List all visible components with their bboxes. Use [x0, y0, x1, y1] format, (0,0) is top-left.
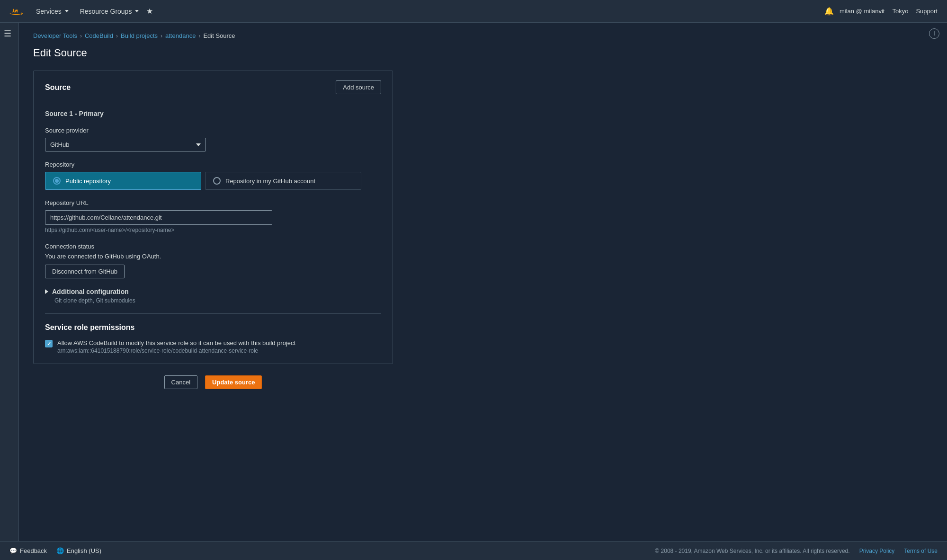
- resource-groups-nav[interactable]: Resource Groups: [76, 6, 143, 17]
- checkbox-label: Allow AWS CodeBuild to modify this servi…: [57, 339, 295, 347]
- breadcrumb-sep-1: ›: [80, 33, 82, 39]
- breadcrumb-developer-tools[interactable]: Developer Tools: [33, 32, 77, 39]
- update-source-button[interactable]: Update source: [205, 375, 262, 389]
- sidebar: ☰: [0, 23, 19, 541]
- info-icon[interactable]: i: [929, 28, 939, 39]
- breadcrumb-current: Edit Source: [203, 32, 235, 39]
- footer-right: © 2008 - 2019, Amazon Web Services, Inc.…: [655, 548, 938, 554]
- github-account-option[interactable]: Repository in my GitHub account: [205, 172, 361, 190]
- terms-of-use-link[interactable]: Terms of Use: [904, 548, 938, 554]
- service-role-section: Service role permissions Allow AWS CodeB…: [45, 323, 381, 354]
- github-account-radio-dot: [213, 177, 221, 185]
- globe-icon: 🌐: [56, 547, 64, 554]
- aws-logo[interactable]: [8, 6, 25, 17]
- feedback-button[interactable]: 💬 Feedback: [9, 547, 47, 554]
- connection-status-label: Connection status: [45, 243, 381, 250]
- footer: 💬 Feedback 🌐 English (US) © 2008 - 2019,…: [0, 541, 947, 560]
- repository-group: Repository Public repository Repository …: [45, 161, 381, 190]
- breadcrumb-sep-3: ›: [161, 33, 162, 39]
- source-card-title: Source: [45, 83, 71, 92]
- support-menu[interactable]: Support: [916, 8, 939, 15]
- breadcrumb-codebuild[interactable]: CodeBuild: [85, 32, 113, 39]
- breadcrumb-attendance[interactable]: attendance: [165, 32, 196, 39]
- repository-radio-group: Public repository Repository in my GitHu…: [45, 172, 381, 190]
- services-caret-icon: [65, 10, 69, 12]
- connection-status-text: You are connected to GitHub using OAuth.: [45, 253, 381, 260]
- footer-left: 💬 Feedback 🌐 English (US): [9, 547, 101, 554]
- bottom-actions: Cancel Update source: [33, 375, 393, 389]
- config-toggle[interactable]: Additional configuration: [45, 288, 381, 295]
- public-repo-label: Public repository: [65, 178, 111, 185]
- config-subtitle: Git clone depth, Git submodules: [54, 297, 381, 304]
- repo-url-group: Repository URL https://github.com/<user-…: [45, 199, 381, 233]
- config-title: Additional configuration: [52, 288, 129, 295]
- checkbox-row: Allow AWS CodeBuild to modify this servi…: [45, 339, 381, 354]
- service-role-title: Service role permissions: [45, 323, 381, 332]
- repo-url-label: Repository URL: [45, 199, 381, 206]
- connection-status-section: Connection status You are connected to G…: [45, 243, 381, 278]
- copyright-text: © 2008 - 2019, Amazon Web Services, Inc.…: [655, 548, 849, 554]
- source-card: Source Add source Source 1 - Primary Sou…: [33, 71, 393, 364]
- user-menu[interactable]: milan @ milanvit: [840, 8, 887, 15]
- resource-groups-caret-icon: [135, 10, 139, 12]
- cancel-button[interactable]: Cancel: [164, 375, 197, 389]
- language-selector[interactable]: 🌐 English (US): [56, 547, 101, 554]
- page-content: Developer Tools › CodeBuild › Build proj…: [19, 23, 947, 541]
- region-menu[interactable]: Tokyo: [892, 8, 910, 15]
- source-provider-label: Source provider: [45, 127, 381, 134]
- privacy-policy-link[interactable]: Privacy Policy: [859, 548, 895, 554]
- nav-right: 🔔 milan @ milanvit Tokyo Support: [824, 7, 939, 16]
- public-repo-option[interactable]: Public repository: [45, 172, 201, 190]
- repository-label: Repository: [45, 161, 381, 168]
- card-header: Source Add source: [45, 80, 381, 102]
- source-provider-group: Source provider GitHub: [45, 127, 381, 151]
- breadcrumb-sep-4: ›: [198, 33, 200, 39]
- notifications-icon[interactable]: 🔔: [824, 7, 834, 16]
- config-arrow-icon: [45, 289, 48, 294]
- breadcrumb: Developer Tools › CodeBuild › Build proj…: [33, 32, 933, 39]
- add-source-button[interactable]: Add source: [336, 80, 381, 94]
- sidebar-toggle[interactable]: ☰: [4, 28, 11, 39]
- source-provider-select[interactable]: GitHub: [45, 138, 206, 151]
- additional-config: Additional configuration Git clone depth…: [45, 288, 381, 314]
- chat-icon: 💬: [9, 547, 17, 554]
- disconnect-button[interactable]: Disconnect from GitHub: [45, 265, 125, 278]
- public-repo-radio-dot: [53, 177, 61, 185]
- breadcrumb-sep-2: ›: [116, 33, 118, 39]
- repo-url-hint: https://github.com/<user-name>/<reposito…: [45, 227, 381, 233]
- page-title: Edit Source: [33, 47, 933, 59]
- checkbox-text-area: Allow AWS CodeBuild to modify this servi…: [57, 339, 295, 354]
- section-title: Source 1 - Primary: [45, 110, 381, 117]
- github-account-label: Repository in my GitHub account: [225, 178, 315, 185]
- repo-url-input[interactable]: [45, 210, 272, 225]
- breadcrumb-build-projects[interactable]: Build projects: [121, 32, 158, 39]
- service-role-checkbox[interactable]: [45, 340, 53, 347]
- top-navigation: Services Resource Groups ★ 🔔 milan @ mil…: [0, 0, 947, 23]
- services-nav[interactable]: Services: [32, 6, 72, 17]
- service-role-arn: arn:aws:iam::641015188790:role/service-r…: [57, 347, 295, 354]
- bookmarks-icon[interactable]: ★: [146, 7, 153, 16]
